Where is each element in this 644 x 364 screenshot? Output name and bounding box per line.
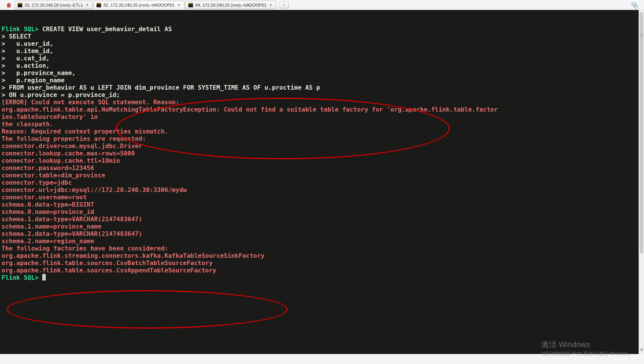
tab-label: 82. 172.20.240.25 (root)--HADOOP01 <box>103 3 175 7</box>
sql-continuation: > u.action, <box>2 62 637 69</box>
close-icon[interactable]: × <box>268 2 273 8</box>
error-line: schema.2.name=region_name <box>2 237 637 245</box>
svg-rect-5 <box>188 3 193 4</box>
bottom-whitespace <box>0 354 644 364</box>
error-line: The following factories have been consid… <box>2 245 637 252</box>
close-icon[interactable]: × <box>177 2 181 8</box>
terminal-icon <box>17 2 23 8</box>
terminal-output[interactable]: Flink SQL> CREATE VIEW user_behavior_det… <box>0 10 639 354</box>
session-tab-2[interactable]: 84. 172.20.240.25 (root)--HADOOP01× <box>185 1 276 9</box>
side-letter: T <box>641 33 643 38</box>
sql-continuation: > SELECT <box>2 33 637 40</box>
scrollbar-thumb[interactable] <box>640 12 643 253</box>
error-line: org.apache.flink.table.api.NoMatchingTab… <box>2 106 637 113</box>
session-tab-1[interactable]: 82. 172.20.240.25 (root)--HADOOP01× <box>93 1 185 9</box>
close-icon[interactable]: × <box>85 2 90 8</box>
add-tab-button[interactable]: ＋ <box>280 2 289 8</box>
tab-bar: 33. 172.20.240.28 (root)--ETL1×82. 172.2… <box>0 0 644 10</box>
error-line: [ERROR] Could not execute SQL statement.… <box>2 99 637 106</box>
error-line: The following properties are requested: <box>2 135 637 142</box>
error-line: the classpath. <box>2 120 637 128</box>
tab-label: 84. 172.20.240.25 (root)--HADOOP01 <box>195 3 266 7</box>
svg-rect-3 <box>97 3 101 4</box>
sql-continuation: > FROM user_behavior AS u LEFT JOIN dim_… <box>2 84 637 91</box>
error-line: connector.driver=com.mysql.jdbc.Driver <box>2 142 637 150</box>
error-line: org.apache.flink.table.sources.CsvBatchT… <box>2 259 637 267</box>
sql-continuation: > u.cat_id, <box>2 55 637 62</box>
error-line: schema.0.name=province_id <box>2 208 637 215</box>
sql-continuation: > u.item_id, <box>2 47 637 55</box>
error-line: connector.url=jdbc:mysql://172.20.240.30… <box>2 186 637 194</box>
terminal-icon <box>96 2 102 8</box>
error-line: org.apache.flink.table.sources.CsvAppend… <box>2 267 637 274</box>
cursor <box>42 274 46 281</box>
sql-continuation: > p.region_name <box>2 77 637 84</box>
tab-label: 33. 172.20.240.28 (root)--ETL1 <box>25 3 83 7</box>
error-line: connector.lookup.cache.ttl=10min <box>2 157 637 164</box>
svg-rect-1 <box>18 3 22 4</box>
error-line: connector.username=root <box>2 194 637 201</box>
home-icon[interactable] <box>5 2 12 8</box>
error-line: connector.lookup.cache.max-rows=5000 <box>2 150 637 157</box>
sql-continuation: > p.province_name, <box>2 69 637 77</box>
error-line: schema.0.data-type=BIGINT <box>2 201 637 208</box>
attachment-icon[interactable]: 📎 <box>631 2 639 9</box>
error-line: schema.2.data-type=VARCHAR(2147483647) <box>2 230 637 237</box>
error-line: Reason: Required context properties mism… <box>2 128 637 135</box>
prompt-line: Flink SQL> CREATE VIEW user_behavior_det… <box>2 25 637 33</box>
error-line: connector.table=dim_province <box>2 172 637 179</box>
hamburger-icon[interactable]: ≡ <box>639 347 644 352</box>
vertical-scrollbar[interactable]: ≡ <box>639 10 644 354</box>
sql-continuation: > ON u.province = p.province_id; <box>2 91 637 99</box>
terminal-icon <box>188 2 193 8</box>
prompt-line[interactable]: Flink SQL> <box>2 274 637 281</box>
error-line: connector.password=123456 <box>2 164 637 172</box>
error-line: org.apache.flink.streaming.connectors.ka… <box>2 252 637 259</box>
error-line: schema.1.name=province_name <box>2 223 637 230</box>
session-tab-0[interactable]: 33. 172.20.240.28 (root)--ETL1× <box>15 1 93 9</box>
error-line: schema.1.data-type=VARCHAR(2147483647) <box>2 215 637 223</box>
error-line: connector.type=jdbc <box>2 179 637 186</box>
sql-continuation: > u.user_id, <box>2 40 637 47</box>
error-line: ies.TableSourceFactory' in <box>2 113 637 120</box>
